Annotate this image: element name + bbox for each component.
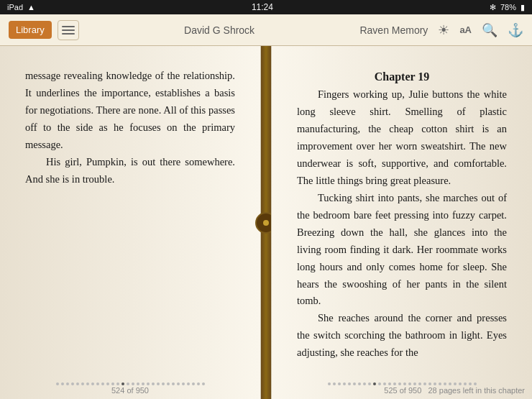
dot <box>403 382 406 385</box>
left-page: message revealing knowledge of the relat… <box>0 46 261 399</box>
status-right: ✻ 78% ▮ <box>490 3 525 12</box>
library-button[interactable]: Library <box>9 21 52 39</box>
dot <box>56 382 59 385</box>
dot <box>111 382 114 385</box>
book: message revealing knowledge of the relat… <box>0 46 532 399</box>
dot <box>378 382 381 385</box>
brightness-icon[interactable]: ☀ <box>438 22 449 38</box>
dot <box>454 382 457 385</box>
dot <box>343 382 346 385</box>
toolbar: Library David G Shrock Raven Memory ☀ aA… <box>0 14 532 46</box>
dot <box>449 382 451 385</box>
author-name: David G Shrock <box>184 24 254 36</box>
bluetooth-icon: ✻ <box>490 3 496 12</box>
dot <box>116 382 119 385</box>
dot <box>106 382 109 385</box>
left-paragraph-1: message revealing knowledge of the relat… <box>25 68 235 154</box>
dot <box>353 382 356 385</box>
dot <box>86 382 89 385</box>
dot <box>147 382 150 385</box>
dot <box>71 382 74 385</box>
dot <box>439 382 441 385</box>
status-bar: iPad ▲ 11:24 ✻ 78% ▮ <box>0 0 532 14</box>
left-page-content: message revealing knowledge of the relat… <box>0 46 260 373</box>
book-spine <box>261 46 271 399</box>
dot <box>182 382 185 385</box>
dot <box>152 382 155 385</box>
right-page-text: Chapter 19 Fingers working up, Julie but… <box>297 68 507 362</box>
right-footer: 525 of 950 28 pages left in this chapter <box>272 373 532 399</box>
dot <box>474 382 477 385</box>
bookmark-icon[interactable]: ⚓ <box>508 22 523 38</box>
dot <box>383 382 386 385</box>
search-icon[interactable]: 🔍 <box>482 22 497 38</box>
dot <box>328 382 331 385</box>
menu-icon-button[interactable] <box>58 20 79 40</box>
dot <box>358 382 361 385</box>
dot <box>187 382 190 385</box>
dot <box>398 382 401 385</box>
dot <box>408 382 411 385</box>
spine-dot <box>263 220 269 226</box>
dot <box>127 382 129 385</box>
dot <box>76 382 79 385</box>
dot <box>444 382 446 385</box>
dot <box>459 382 462 385</box>
dot <box>177 382 180 385</box>
right-page-content: Chapter 19 Fingers working up, Julie but… <box>272 46 532 373</box>
dot <box>434 382 436 385</box>
book-title: Raven Memory <box>359 24 428 36</box>
battery-label: 78% <box>500 3 516 12</box>
menu-line <box>62 26 75 27</box>
dot <box>172 382 175 385</box>
dot <box>157 382 160 385</box>
dot <box>192 382 195 385</box>
menu-line <box>62 29 75 31</box>
dot <box>202 382 205 385</box>
font-size-icon[interactable]: aA <box>459 24 472 35</box>
dot <box>338 382 341 385</box>
right-paragraph-2: Tucking shirt into pants, she marches ou… <box>297 190 507 310</box>
dot <box>91 382 94 385</box>
right-paragraph-3: She reaches around the corner and presse… <box>297 310 507 362</box>
dot <box>61 382 64 385</box>
dot <box>388 382 391 385</box>
dot <box>137 382 139 385</box>
dot <box>81 382 84 385</box>
dot <box>132 382 134 385</box>
right-page: Chapter 19 Fingers working up, Julie but… <box>271 46 532 399</box>
dot <box>101 382 104 385</box>
dot-active <box>373 382 376 385</box>
dot <box>363 382 366 385</box>
chapter-title: Chapter 19 <box>297 68 507 86</box>
dot-active <box>121 382 124 385</box>
dot <box>393 382 396 385</box>
dot <box>469 382 472 385</box>
dot <box>333 382 336 385</box>
right-paragraph-1: Fingers working up, Julie buttons the wh… <box>297 86 507 190</box>
dot <box>96 382 99 385</box>
dot <box>142 382 145 385</box>
status-left: iPad ▲ <box>7 3 35 12</box>
left-paragraph-2: His girl, Pumpkin, is out there somewher… <box>25 154 235 188</box>
dot <box>428 382 431 385</box>
dot <box>197 382 200 385</box>
menu-line <box>62 33 75 35</box>
dot <box>464 382 467 385</box>
dot <box>413 382 416 385</box>
dot <box>368 382 371 385</box>
device-label: iPad <box>7 3 23 12</box>
toolbar-left: Library <box>9 20 79 40</box>
dot <box>66 382 69 385</box>
toolbar-right: Raven Memory ☀ aA 🔍 ⚓ <box>359 22 523 38</box>
battery-icon: ▮ <box>520 3 525 12</box>
right-page-number: 525 of 950 28 pages left in this chapter <box>384 386 525 395</box>
dot <box>167 382 170 385</box>
dot <box>162 382 165 385</box>
left-page-number: 524 of 950 <box>111 386 149 395</box>
wifi-icon: ▲ <box>27 3 35 12</box>
dot <box>418 382 421 385</box>
dot <box>423 382 426 385</box>
left-page-text: message revealing knowledge of the relat… <box>25 68 235 188</box>
dot <box>348 382 351 385</box>
